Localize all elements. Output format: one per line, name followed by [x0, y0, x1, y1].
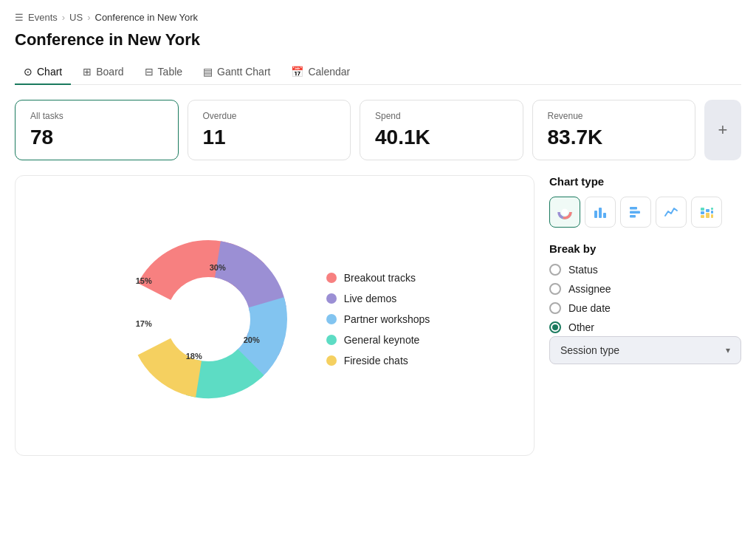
- line-icon: [664, 205, 678, 219]
- radio-label-assignee: Assignee: [568, 283, 611, 295]
- tab-gantt[interactable]: ▤ Gantt Chart: [194, 60, 279, 85]
- stats-row: All tasks 78 Overdue 11 Spend 40.1K Reve…: [15, 100, 741, 160]
- stat-all-tasks[interactable]: All tasks 78: [15, 100, 179, 160]
- chart-type-line[interactable]: [656, 197, 687, 228]
- chart-tab-icon: ⊙: [24, 66, 32, 78]
- legend-label-keynote: General keynote: [344, 334, 420, 346]
- radio-label-due-date: Due date: [568, 302, 611, 314]
- svg-rect-12: [701, 208, 704, 211]
- chart-legend: Breakout tracks Live demos Partner works…: [326, 272, 430, 366]
- radio-circle-other: [549, 321, 561, 333]
- legend-dot-live-demos: [326, 293, 337, 304]
- donut-chart: 30% 20% 18% 17% 15%: [120, 231, 297, 408]
- tabs-bar: ⊙ Chart ⊞ Board ⊟ Table ▤ Gantt Chart 📅 …: [15, 60, 741, 85]
- table-tab-icon: ⊟: [145, 66, 154, 78]
- stat-overdue-label: Overdue: [203, 111, 336, 121]
- radio-status[interactable]: Status: [549, 264, 741, 276]
- legend-item-breakout: Breakout tracks: [326, 272, 430, 284]
- stat-revenue[interactable]: Revenue 83.7K: [532, 100, 696, 160]
- breadcrumb: ☰ Events › US › Conference in New York: [15, 12, 741, 23]
- legend-item-live-demos: Live demos: [326, 293, 430, 304]
- dropdown-label: Session type: [560, 344, 619, 356]
- legend-dot-breakout: [326, 273, 337, 283]
- main-content: 30% 20% 18% 17% 15% Breakout tracks Live…: [15, 175, 741, 456]
- stat-revenue-value: 83.7K: [548, 126, 681, 149]
- tab-calendar-label: Calendar: [308, 66, 350, 78]
- chart-type-section: Chart type: [549, 175, 741, 228]
- legend-item-fireside: Fireside chats: [326, 355, 430, 366]
- svg-rect-5: [599, 208, 602, 218]
- stat-spend[interactable]: Spend 40.1K: [360, 100, 523, 160]
- breadcrumb-current: Conference in New York: [95, 12, 198, 23]
- legend-label-live-demos: Live demos: [344, 293, 397, 304]
- svg-rect-9: [630, 215, 636, 218]
- radio-label-status: Status: [568, 264, 598, 276]
- add-stat-button[interactable]: +: [704, 100, 741, 160]
- stat-spend-value: 40.1K: [375, 126, 508, 149]
- bar-icon: [593, 205, 608, 219]
- tab-board-label: Board: [96, 66, 123, 78]
- session-type-dropdown[interactable]: Session type ▾: [549, 336, 741, 364]
- stacked-icon: [699, 205, 714, 219]
- svg-rect-15: [711, 214, 713, 218]
- hamburger-icon[interactable]: ☰: [15, 12, 24, 23]
- svg-rect-14: [706, 209, 709, 212]
- donut-svg: [120, 231, 297, 408]
- svg-rect-16: [711, 211, 713, 214]
- tab-chart-label: Chart: [37, 66, 62, 78]
- radio-inner-other: [552, 324, 558, 330]
- chart-type-donut[interactable]: [549, 197, 580, 228]
- svg-point-3: [562, 209, 568, 216]
- tab-table-label: Table: [158, 66, 182, 78]
- svg-rect-13: [706, 213, 709, 218]
- radio-other[interactable]: Other: [549, 321, 741, 333]
- chart-type-stacked[interactable]: [691, 197, 722, 228]
- legend-label-fireside: Fireside chats: [344, 355, 408, 366]
- legend-label-partner: Partner workshops: [344, 313, 430, 325]
- breadcrumb-sep-2: ›: [87, 12, 90, 23]
- add-stat-icon: +: [718, 120, 728, 140]
- chart-type-horizontal-bar[interactable]: [620, 197, 651, 228]
- tab-board[interactable]: ⊞ Board: [74, 60, 132, 85]
- stat-revenue-label: Revenue: [548, 111, 681, 121]
- stat-overdue-value: 11: [203, 126, 336, 149]
- radio-assignee[interactable]: Assignee: [549, 283, 741, 295]
- legend-dot-keynote: [326, 335, 337, 345]
- radio-group: Status Assignee Due date Other: [549, 264, 741, 333]
- legend-item-partner: Partner workshops: [326, 313, 430, 325]
- legend-dot-fireside: [326, 355, 337, 366]
- tab-chart[interactable]: ⊙ Chart: [15, 60, 71, 85]
- break-by-section: Break by Status Assignee Due date: [549, 242, 741, 364]
- calendar-tab-icon: 📅: [291, 66, 303, 78]
- svg-rect-6: [603, 213, 606, 218]
- break-by-title: Break by: [549, 242, 741, 255]
- chart-area: 30% 20% 18% 17% 15% Breakout tracks Live…: [15, 175, 535, 456]
- chart-type-bar[interactable]: [585, 197, 616, 228]
- gantt-tab-icon: ▤: [203, 66, 213, 78]
- stat-all-tasks-value: 78: [30, 126, 163, 149]
- svg-rect-11: [701, 211, 704, 214]
- chart-type-title: Chart type: [549, 175, 741, 188]
- legend-dot-partner: [326, 314, 337, 324]
- stat-all-tasks-label: All tasks: [30, 111, 163, 121]
- radio-circle-due-date: [549, 302, 561, 314]
- app-container: ☰ Events › US › Conference in New York C…: [0, 0, 756, 549]
- tab-calendar[interactable]: 📅 Calendar: [282, 60, 359, 85]
- radio-due-date[interactable]: Due date: [549, 302, 741, 314]
- breadcrumb-events[interactable]: Events: [28, 12, 58, 23]
- board-tab-icon: ⊞: [83, 66, 92, 78]
- stat-overdue[interactable]: Overdue 11: [188, 100, 351, 160]
- radio-circle-status: [549, 264, 561, 276]
- breadcrumb-us[interactable]: US: [69, 12, 83, 23]
- sidebar: Chart type: [549, 175, 741, 364]
- tab-gantt-label: Gantt Chart: [217, 66, 270, 78]
- dropdown-arrow-icon: ▾: [726, 345, 730, 355]
- svg-rect-4: [594, 211, 597, 218]
- breadcrumb-sep-1: ›: [62, 12, 65, 23]
- svg-rect-7: [630, 207, 637, 210]
- tab-table[interactable]: ⊟ Table: [136, 60, 191, 85]
- legend-item-keynote: General keynote: [326, 334, 430, 346]
- svg-rect-8: [630, 211, 640, 214]
- legend-label-breakout: Breakout tracks: [344, 272, 416, 284]
- donut-center: [174, 285, 242, 353]
